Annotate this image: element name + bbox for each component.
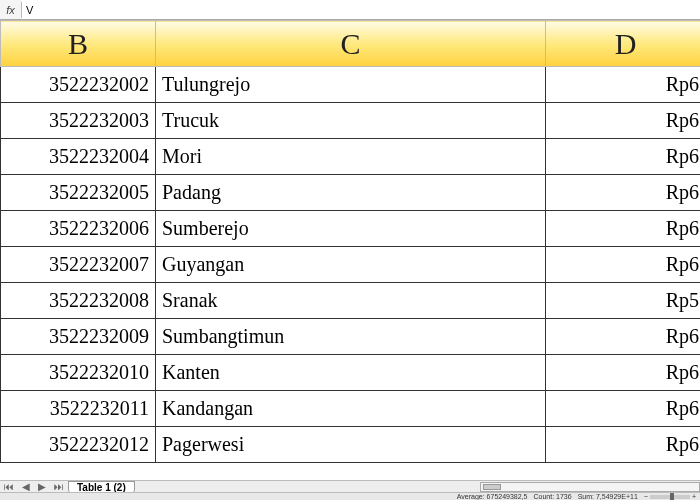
table-row: 3522232009SumbangtimunRp6: [1, 319, 701, 355]
cell-amount[interactable]: Rp6: [546, 355, 701, 391]
cell-amount[interactable]: Rp6: [546, 67, 701, 103]
cell-name[interactable]: Sumberejo: [156, 211, 546, 247]
cell-code[interactable]: 3522232004: [1, 139, 156, 175]
cell-amount[interactable]: Rp6: [546, 319, 701, 355]
zoom-slider[interactable]: [650, 495, 690, 499]
cell-name[interactable]: Mori: [156, 139, 546, 175]
spreadsheet-grid[interactable]: B C D 3522232002TulungrejoRp63522232003T…: [0, 20, 700, 480]
column-header-row: B C D: [1, 21, 701, 67]
tab-nav-prev-icon[interactable]: ◀: [18, 481, 34, 492]
sheet-tab-active[interactable]: Table 1 (2): [68, 481, 135, 493]
table-row: 3522232008SranakRp5: [1, 283, 701, 319]
status-sum: Sum: 7,54929E+11: [578, 493, 638, 500]
table-row: 3522232003TrucukRp6: [1, 103, 701, 139]
status-bar: Average: 675249382,5 Count: 1736 Sum: 7,…: [0, 492, 700, 500]
tab-nav-last-icon[interactable]: ⏭: [50, 481, 68, 492]
zoom-minus-icon[interactable]: −: [644, 493, 648, 500]
zoom-plus-icon[interactable]: +: [692, 493, 696, 500]
cell-amount[interactable]: Rp6: [546, 247, 701, 283]
column-header-D[interactable]: D: [546, 21, 701, 67]
cell-code[interactable]: 3522232008: [1, 283, 156, 319]
tab-nav-next-icon[interactable]: ▶: [34, 481, 50, 492]
formula-input[interactable]: [22, 0, 700, 19]
cell-name[interactable]: Pagerwesi: [156, 427, 546, 463]
sheet-tab-bar: ⏮ ◀ ▶ ⏭ Table 1 (2): [0, 480, 700, 492]
cell-name[interactable]: Padang: [156, 175, 546, 211]
cell-amount[interactable]: Rp6: [546, 139, 701, 175]
cell-name[interactable]: Kanten: [156, 355, 546, 391]
status-average: Average: 675249382,5: [457, 493, 528, 500]
cell-code[interactable]: 3522232003: [1, 103, 156, 139]
cell-amount[interactable]: Rp6: [546, 103, 701, 139]
cell-code[interactable]: 3522232011: [1, 391, 156, 427]
horizontal-scrollbar[interactable]: [480, 482, 700, 492]
scrollbar-thumb[interactable]: [483, 484, 501, 490]
cell-amount[interactable]: Rp6: [546, 175, 701, 211]
cell-code[interactable]: 3522232005: [1, 175, 156, 211]
cell-code[interactable]: 3522232010: [1, 355, 156, 391]
zoom-control[interactable]: − +: [644, 493, 696, 500]
column-header-C[interactable]: C: [156, 21, 546, 67]
cell-name[interactable]: Guyangan: [156, 247, 546, 283]
cell-amount[interactable]: Rp6: [546, 211, 701, 247]
cell-name[interactable]: Kandangan: [156, 391, 546, 427]
cell-code[interactable]: 3522232002: [1, 67, 156, 103]
cell-code[interactable]: 3522232009: [1, 319, 156, 355]
formula-bar: fx: [0, 0, 700, 20]
column-header-B[interactable]: B: [1, 21, 156, 67]
data-table: B C D 3522232002TulungrejoRp63522232003T…: [0, 20, 700, 463]
cell-amount[interactable]: Rp6: [546, 427, 701, 463]
cell-code[interactable]: 3522232006: [1, 211, 156, 247]
table-row: 3522232004MoriRp6: [1, 139, 701, 175]
table-row: 3522232011KandanganRp6: [1, 391, 701, 427]
status-count: Count: 1736: [534, 493, 572, 500]
tab-nav-first-icon[interactable]: ⏮: [0, 481, 18, 492]
cell-name[interactable]: Sranak: [156, 283, 546, 319]
cell-amount[interactable]: Rp6: [546, 391, 701, 427]
table-row: 3522232010KantenRp6: [1, 355, 701, 391]
table-row: 3522232006SumberejoRp6: [1, 211, 701, 247]
table-row: 3522232005PadangRp6: [1, 175, 701, 211]
cell-code[interactable]: 3522232012: [1, 427, 156, 463]
cell-name[interactable]: Sumbangtimun: [156, 319, 546, 355]
cell-name[interactable]: Tulungrejo: [156, 67, 546, 103]
table-row: 3522232012PagerwesiRp6: [1, 427, 701, 463]
cell-code[interactable]: 3522232007: [1, 247, 156, 283]
table-row: 3522232007GuyanganRp6: [1, 247, 701, 283]
fx-icon[interactable]: fx: [0, 2, 22, 18]
table-row: 3522232002TulungrejoRp6: [1, 67, 701, 103]
cell-name[interactable]: Trucuk: [156, 103, 546, 139]
cell-amount[interactable]: Rp5: [546, 283, 701, 319]
